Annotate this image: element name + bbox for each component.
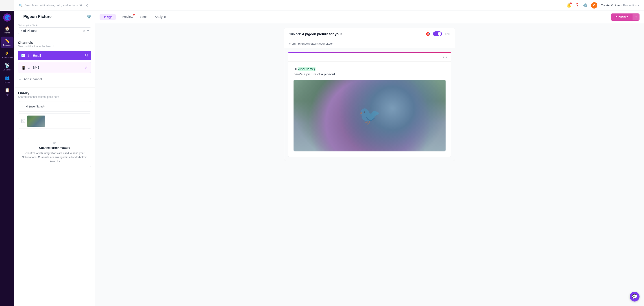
- email-card: Subject: A pigeon picture for you! 🎯 </>…: [284, 28, 455, 161]
- tab-analytics[interactable]: Analytics: [154, 11, 168, 23]
- personalize-icon[interactable]: 🎯: [426, 32, 430, 36]
- notification-button[interactable]: 🔔: [566, 3, 571, 8]
- chat-bubble-icon: 💬: [632, 294, 638, 299]
- image-block-icon: 🖼: [21, 119, 25, 124]
- add-plus-icon: ＋: [18, 77, 22, 82]
- pigeon-image: [294, 80, 446, 151]
- sms-channel-icon: 📱: [21, 66, 26, 70]
- add-channel-button[interactable]: ＋ Add Channel: [18, 75, 91, 84]
- tip-title: Channel order matters: [22, 146, 88, 149]
- sms-channel-label: SMS: [33, 66, 40, 69]
- email-channel-label: Email: [33, 54, 41, 58]
- library-image-item[interactable]: 🖼: [18, 114, 91, 129]
- automations-icon: ⚡: [5, 51, 10, 56]
- topbar-right: 🔔 ❓ ⚙️ C Courier Guides / Production ▾: [566, 2, 640, 9]
- email-preview-area: Subject: A pigeon picture for you! 🎯 </>…: [95, 23, 644, 306]
- published-chevron-icon: ▾: [632, 14, 640, 21]
- channels-section: Channels Send notification to the best o…: [14, 37, 95, 87]
- user-avatar: C: [591, 2, 597, 9]
- toggle-switch[interactable]: [433, 32, 442, 36]
- subscription-text: Bird Pictures: [20, 29, 38, 33]
- email-channel-icon: ✉️: [21, 53, 26, 58]
- sms-channel-item[interactable]: 📱 2. SMS ✓: [18, 62, 91, 73]
- text-block-icon: T: [21, 104, 23, 109]
- library-text-content: Hi {userName},: [26, 105, 45, 108]
- library-subtitle: Shared channel content goes here: [18, 95, 91, 99]
- search-placeholder: Search for notifications, help, and acti…: [24, 4, 88, 7]
- global-topbar: 🔍 Search for notifications, help, and ac…: [14, 0, 644, 11]
- tab-preview[interactable]: Preview: [121, 11, 134, 23]
- email-content-area: Hi {userName}, here's a picture of a pig…: [288, 62, 451, 157]
- username-variable: {userName}: [298, 67, 316, 71]
- nav-logo[interactable]: 🌀: [3, 14, 11, 22]
- designer-icon: ✏️: [5, 38, 10, 43]
- sidebar-item-logs[interactable]: 📋 Logs: [1, 86, 14, 97]
- users-icon: 👥: [5, 75, 10, 80]
- library-image-preview: [27, 116, 45, 127]
- preview-badge: [133, 14, 135, 16]
- panel-header: ← Pigeon Picture ⚙️: [14, 11, 95, 22]
- env-name: Production: [623, 4, 637, 7]
- dots-menu-icon[interactable]: •••: [443, 55, 448, 59]
- published-label: Published: [611, 14, 633, 21]
- code-toggle-icon[interactable]: </>: [445, 32, 450, 36]
- library-text-item[interactable]: T Hi {userName},: [18, 101, 91, 112]
- logs-icon: 📋: [5, 88, 10, 93]
- subscription-chevron-icon[interactable]: ▾: [87, 29, 89, 33]
- channels-title: Channels: [18, 41, 91, 45]
- add-channel-label: Add Channel: [24, 77, 42, 81]
- settings-icon[interactable]: ⚙️: [583, 3, 588, 8]
- library-section: Library Shared channel content goes here…: [14, 87, 95, 134]
- tip-text: Prioritize which Integrations are used t…: [22, 151, 88, 163]
- email-channel-item[interactable]: ✉️ 1. Email @: [18, 51, 91, 60]
- tip-label: Tip: [22, 142, 88, 145]
- chat-bubble-button[interactable]: 💬: [630, 292, 640, 301]
- tip-box: Tip Channel order matters Prioritize whi…: [18, 138, 91, 167]
- email-body-topbar: •••: [288, 53, 451, 62]
- sidebar-item-home[interactable]: 🏠 Home: [1, 24, 14, 36]
- org-name: Courier Guides: [601, 4, 620, 7]
- email-from-row: From: birdnewsletter@courier.com: [284, 40, 455, 48]
- email-hi-text: Hi {userName},: [294, 67, 446, 71]
- email-from-address: birdnewsletter@courier.com: [298, 42, 334, 45]
- search-area[interactable]: 🔍 Search for notifications, help, and ac…: [19, 4, 88, 7]
- subscription-clear-icon[interactable]: ✕: [83, 29, 86, 33]
- published-button[interactable]: Published ▾: [611, 14, 640, 21]
- email-body-inner: ••• Hi {userName}, here's a picture of a…: [288, 52, 451, 157]
- channels-subtitle: Send notification to the best of: [18, 45, 91, 48]
- library-title: Library: [18, 91, 91, 95]
- subscription-label: Subscription Topic: [18, 24, 91, 27]
- email-body-line2: here's a picture of a pigeon!: [294, 72, 446, 76]
- user-info[interactable]: Courier Guides / Production ▾: [601, 4, 640, 7]
- notification-title: Pigeon Picture: [23, 14, 52, 19]
- subscription-value-container[interactable]: Bird Pictures ✕ ▾: [18, 27, 91, 34]
- tab-send[interactable]: Send: [139, 11, 148, 23]
- notification-settings-icon[interactable]: ⚙️: [87, 15, 91, 19]
- tab-design[interactable]: Design: [100, 14, 116, 20]
- sidebar-item-automations[interactable]: ⚡ Automations: [1, 49, 14, 60]
- email-channel-at-icon: @: [84, 54, 88, 58]
- main-content: Design Preview Send Analytics Published …: [95, 11, 644, 306]
- search-icon: 🔍: [19, 4, 23, 7]
- sidebar-item-channels[interactable]: 📡 Channels: [1, 61, 14, 73]
- home-icon: 🏠: [5, 26, 10, 31]
- help-icon[interactable]: ❓: [575, 3, 580, 8]
- channels-icon: 📡: [5, 63, 10, 68]
- email-subject: Subject: A pigeon picture for you!: [289, 32, 342, 36]
- email-controls: 🎯 </>: [426, 32, 450, 36]
- left-panel: ← Pigeon Picture ⚙️ Subscription Topic B…: [14, 11, 95, 306]
- email-body-wrapper: ••• Hi {userName}, here's a picture of a…: [284, 48, 455, 161]
- sidebar-nav: 🌀 🏠 Home ✏️ Designer ⚡ Automations 📡 Cha…: [0, 11, 14, 306]
- sidebar-item-designer[interactable]: ✏️ Designer: [1, 37, 14, 48]
- sidebar-item-users[interactable]: 👥 Users: [1, 74, 14, 85]
- tab-bar: Design Preview Send Analytics Published …: [95, 11, 644, 23]
- email-subject-row: Subject: A pigeon picture for you! 🎯 </>: [284, 28, 455, 40]
- sms-check-icon: ✓: [84, 65, 88, 70]
- back-button[interactable]: ←: [18, 15, 22, 19]
- subscription-section: Subscription Topic Bird Pictures ✕ ▾: [14, 22, 95, 37]
